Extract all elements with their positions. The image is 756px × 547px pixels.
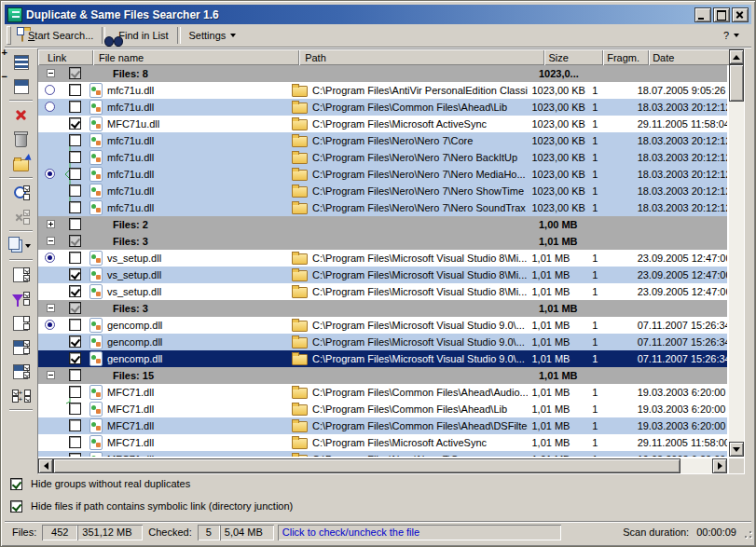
copy-files-icon[interactable] xyxy=(8,234,34,257)
column-header-path[interactable]: Path xyxy=(299,49,544,65)
file-row[interactable]: vs_setup.dllC:\Program Files\Microsoft V… xyxy=(38,267,727,283)
help-button[interactable]: ? xyxy=(717,26,746,45)
file-checkbox[interactable] xyxy=(69,335,81,348)
resize-grip[interactable] xyxy=(740,526,751,538)
link-source-radio[interactable] xyxy=(45,169,55,179)
option-hide-symlinks[interactable]: Hide files if path contains symbolic lin… xyxy=(10,499,749,513)
file-row[interactable]: mfc71u.dllC:\Program Files\Common Files\… xyxy=(38,99,727,116)
file-checkbox[interactable] xyxy=(69,285,81,297)
link-files-icon[interactable] xyxy=(8,181,34,204)
file-row[interactable]: MFC71.dllC:\Program Files\Common Files\A… xyxy=(38,417,727,434)
column-header-fragm[interactable]: Fragm. xyxy=(603,49,649,65)
toolbar-button-find-in-list[interactable]: Find in List xyxy=(107,26,174,45)
group-checkbox[interactable] xyxy=(69,218,81,230)
group-header-row[interactable]: Files: 31,01 MB xyxy=(38,300,727,317)
file-checkbox[interactable] xyxy=(69,319,81,331)
file-checkbox[interactable] xyxy=(69,453,81,457)
minimize-button[interactable] xyxy=(694,7,711,22)
check-lower-files-icon[interactable] xyxy=(8,335,34,359)
link-source-radio[interactable] xyxy=(45,102,55,112)
vertical-scroll-thumb[interactable] xyxy=(729,64,744,102)
column-header-size[interactable]: Size xyxy=(544,49,603,65)
group-header-row[interactable]: Files: 81023,0... xyxy=(38,65,727,82)
scroll-right-button[interactable] xyxy=(712,458,727,473)
file-row[interactable]: gencomp.dllC:\Program Files\Microsoft Vi… xyxy=(38,350,727,367)
file-row[interactable]: MFC71.dllC:\Program Files\Common Files\A… xyxy=(38,401,727,417)
vertical-scrollbar[interactable] xyxy=(729,49,744,457)
collapse-group-icon[interactable] xyxy=(47,237,55,245)
group-header-row[interactable]: Files: 151,01 MB xyxy=(38,367,727,384)
collapse-group-icon[interactable] xyxy=(47,69,55,77)
hide-symlinks-checkbox[interactable] xyxy=(10,500,22,513)
check-list-icon[interactable] xyxy=(8,263,34,286)
link-source-radio[interactable] xyxy=(45,85,55,95)
file-checkbox[interactable] xyxy=(69,386,81,398)
file-row[interactable]: MFC71.dllC:\Program Files\Common Files\A… xyxy=(38,384,727,401)
horizontal-scrollbar[interactable] xyxy=(38,458,727,473)
expand-group-icon[interactable] xyxy=(47,220,55,228)
group-checkbox[interactable] xyxy=(69,235,81,247)
app-icon[interactable] xyxy=(7,7,22,22)
file-row[interactable]: gencomp.dllC:\Program Files\Microsoft Vi… xyxy=(38,334,727,350)
file-checkbox[interactable] xyxy=(69,168,81,180)
collapse-group-icon[interactable] xyxy=(47,304,55,312)
file-checkbox[interactable] xyxy=(69,134,81,146)
column-header-file-name[interactable]: File name xyxy=(93,49,299,65)
filter-checked-icon[interactable] xyxy=(8,287,34,310)
move-to-folder-icon[interactable] xyxy=(8,152,34,175)
file-row[interactable]: MFC71.dllC:\Program Files\Nero\Nero 7\Co… xyxy=(38,451,727,457)
file-row[interactable]: mfc71u.dllC:\Program Files\Nero\Nero 7\N… xyxy=(38,183,727,199)
side-toolbar-separator xyxy=(9,409,33,411)
file-path-cell: C:\Program Files\Microsoft Visual Studio… xyxy=(287,317,528,334)
option-hide-groups[interactable]: Hide groups without real duplicates xyxy=(10,477,749,490)
delete-file-icon[interactable] xyxy=(8,103,34,127)
delete-to-recycle-bin-icon[interactable] xyxy=(8,128,34,151)
file-checkbox[interactable] xyxy=(69,252,81,264)
hide-groups-checkbox[interactable] xyxy=(10,478,22,490)
file-checkbox[interactable] xyxy=(69,419,81,431)
file-checkbox[interactable] xyxy=(69,436,81,448)
uncheck-all-icon[interactable] xyxy=(8,311,34,335)
scroll-down-button[interactable] xyxy=(729,442,744,457)
file-row[interactable]: mfc71u.dllC:\Program Files\Nero\Nero 7\N… xyxy=(38,199,727,216)
check-upper-files-icon[interactable] xyxy=(8,360,34,383)
column-header-link[interactable]: Link xyxy=(38,49,93,65)
horizontal-scroll-thumb[interactable] xyxy=(53,458,680,473)
file-checkbox[interactable] xyxy=(69,352,81,364)
file-checkbox[interactable] xyxy=(69,185,81,197)
file-row[interactable]: vs_setup.dllC:\Program Files\Microsoft V… xyxy=(38,250,727,267)
toolbar-button-settings[interactable]: Settings xyxy=(183,26,243,45)
file-row[interactable]: MFC71.dllC:\Program Files\Microsoft Acti… xyxy=(38,434,727,451)
file-row[interactable]: MFC71u.dllC:\Program Files\Microsoft Act… xyxy=(38,116,727,132)
toolbar-grip[interactable] xyxy=(7,26,11,45)
file-row[interactable]: mfc71u.dllC:\Program Files\Nero\Nero 7\N… xyxy=(38,149,727,166)
scroll-left-button[interactable] xyxy=(38,458,53,473)
group-checkbox[interactable] xyxy=(69,369,81,381)
file-checkbox[interactable] xyxy=(69,268,81,280)
file-checkbox[interactable] xyxy=(69,201,81,213)
file-row[interactable]: mfc71u.dllC:\Program Files\Nero\Nero 7\C… xyxy=(38,132,727,149)
toolbar-button-start-search[interactable]: Start Search... xyxy=(15,26,100,45)
group-header-row[interactable]: Files: 21,00 MB xyxy=(38,216,727,233)
collapse-group-icon[interactable] xyxy=(47,371,55,379)
file-checkbox[interactable] xyxy=(69,84,81,96)
group-header-row[interactable]: Files: 31,01 MB xyxy=(38,233,727,250)
file-row[interactable]: gencomp.dllC:\Program Files\Microsoft Vi… xyxy=(38,317,727,334)
expand-all-groups-icon[interactable]: + xyxy=(8,50,34,74)
file-checkbox[interactable] xyxy=(69,403,81,415)
maximize-button[interactable] xyxy=(713,7,730,22)
group-checkbox[interactable] xyxy=(69,302,81,314)
close-button[interactable] xyxy=(732,7,749,22)
link-source-radio[interactable] xyxy=(45,320,55,330)
file-checkbox[interactable] xyxy=(69,117,81,130)
file-row[interactable]: mfc71u.dllC:\Program Files\Nero\Nero 7\N… xyxy=(38,166,727,183)
file-checkbox[interactable] xyxy=(69,101,81,113)
collapse-all-groups-icon[interactable]: − xyxy=(8,75,34,98)
scroll-up-button[interactable] xyxy=(729,49,744,64)
invert-checks-icon[interactable]: ++ xyxy=(8,384,34,407)
file-checkbox[interactable] xyxy=(69,151,81,163)
group-checkbox[interactable] xyxy=(69,67,81,79)
file-row[interactable]: mfc71u.dllC:\Program Files\AntiVir Perso… xyxy=(38,82,727,99)
link-source-radio[interactable] xyxy=(45,253,55,263)
file-row[interactable]: vs_setup.dllC:\Program Files\Microsoft V… xyxy=(38,283,727,300)
